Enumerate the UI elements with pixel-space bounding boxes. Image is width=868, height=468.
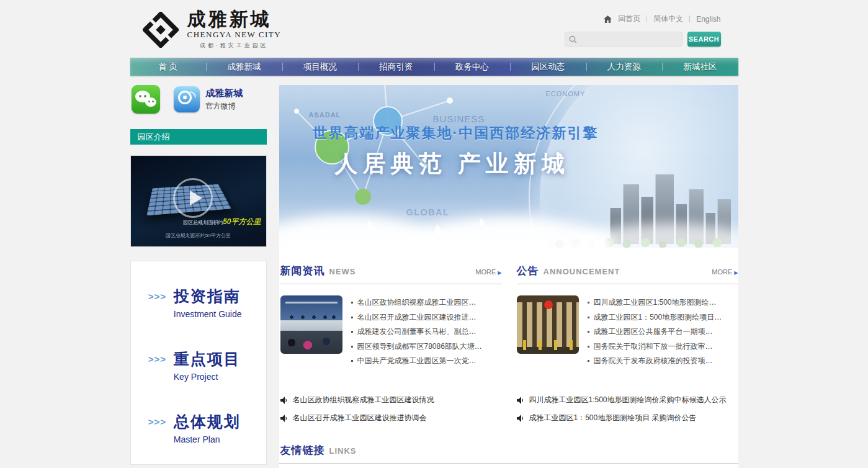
banner-label: ECONOMY — [546, 90, 586, 97]
video-overlay-text: 园区总规划面积约50平方公里 — [131, 217, 261, 227]
link-home[interactable]: 回首页 — [618, 14, 640, 24]
news-panel: 新闻资讯 NEWS MORE 名山区政协组织视察成雅工业园区… 名山区召开成雅工… — [280, 264, 502, 369]
hero-banner[interactable]: ASADAL BUSINESS GLOBAL ECONOMY 世界高端产业聚集地… — [279, 85, 738, 248]
chevrons-icon: >>> — [148, 354, 166, 364]
news-title: 新闻资讯 — [280, 264, 325, 278]
video-caption: 园区总规划面积约50平方公里 — [131, 232, 266, 239]
menu-subtitle: Master Plan — [174, 434, 241, 444]
news-more-link[interactable]: MORE — [475, 268, 501, 276]
logo-title: 成雅新城 — [187, 10, 282, 29]
notice-item[interactable]: 成雅工业园区1：500地形图测绘项目 采购询价公告 — [517, 412, 738, 425]
announcement-item[interactable]: 成雅工业园区公共服务平台一期项… — [588, 325, 738, 340]
notice-text: 名山区政协组织视察成雅工业园区建设情况 — [293, 395, 434, 405]
chevrons-icon: >>> — [148, 291, 166, 302]
search-icon — [569, 35, 577, 43]
logo-tagline: 成都·雅安工业园区 — [187, 42, 282, 50]
notice-rows: 名山区政协组织视察成雅工业园区建设情况 名山区召开成雅工业园区建设推进协调会 四… — [279, 394, 738, 430]
notice-item[interactable]: 名山区政协组织视察成雅工业园区建设情况 — [280, 394, 502, 407]
banner-headline: 世界高端产业聚集地·中国西部经济新引擎 — [313, 124, 717, 143]
divider — [279, 463, 738, 464]
nav-item-chengya-new-city[interactable]: 成雅新城 — [206, 58, 282, 76]
divider — [689, 16, 690, 22]
news-item[interactable]: 成雅建发公司副董事长马彬、副总… — [351, 325, 502, 340]
notice-text: 成雅工业园区1：500地形图测绘项目 采购询价公告 — [529, 413, 697, 423]
speaker-icon — [517, 397, 524, 404]
search-box — [565, 32, 682, 47]
search-input[interactable] — [579, 35, 678, 43]
logo-diamond-icon — [143, 12, 179, 48]
weibo-icon — [174, 86, 200, 112]
speaker-icon — [517, 415, 524, 422]
weibo-account-subtitle: 官方微博 — [206, 101, 243, 112]
menu-subtitle: Key Project — [174, 372, 241, 382]
logo-subtitle: CHENGYA NEW CITY — [187, 30, 282, 40]
sailboat-graphic — [433, 224, 444, 236]
page: 成雅新城 CHENGYA NEW CITY 成都·雅安工业园区 回首页 简体中文… — [0, 0, 868, 468]
announcement-more-link[interactable]: MORE — [712, 268, 738, 276]
link-english[interactable]: English — [696, 15, 720, 24]
nav-item-home[interactable]: 首 页 — [130, 58, 207, 76]
announcement-list: 四川成雅工业园区1:500地形图测绘… 成雅工业园区1：500地形图测绘项目… … — [588, 295, 738, 369]
announcement-item[interactable]: 成雅工业园区1：500地形图测绘项目… — [588, 310, 738, 325]
home-icon — [604, 16, 612, 23]
sailboat-graphic — [366, 220, 375, 230]
news-item[interactable]: 名山区召开成雅工业园区建设推进… — [351, 310, 502, 325]
nav-item-park-news[interactable]: 园区动态 — [510, 58, 586, 76]
links-section-header: 友情链接 LINKS — [279, 443, 738, 457]
notice-text: 四川成雅工业园区1:500地形图测绘询价采购中标候选人公示 — [529, 395, 727, 405]
sidebar-menu: >>> 投资指南 Investment Guide >>> 重点项目 Key P… — [130, 261, 267, 465]
weibo-account-name: 成雅新城 — [206, 88, 243, 99]
site-logo[interactable]: 成雅新城 CHENGYA NEW CITY 成都·雅安工业园区 — [143, 10, 282, 50]
sailboat-graphic — [478, 218, 485, 226]
news-item[interactable]: 中国共产党成雅工业园区第一次党… — [351, 354, 502, 369]
notice-item[interactable]: 名山区召开成雅工业园区建设推进协调会 — [280, 412, 502, 425]
banner-label: ASADAL — [309, 111, 341, 119]
speaker-icon — [280, 397, 287, 404]
announcement-item[interactable]: 国务院关于取消和下放一批行政审… — [588, 340, 738, 354]
news-item[interactable]: 名山区政协组织视察成雅工业园区… — [351, 295, 502, 310]
speaker-icon — [280, 415, 287, 422]
search-button[interactable]: SEARCH — [687, 32, 721, 47]
nav-item-new-city-community[interactable]: 新城社区 — [662, 58, 738, 76]
announcement-thumbnail[interactable] — [517, 295, 579, 354]
links-title-en: LINKS — [329, 446, 357, 456]
news-item[interactable]: 园区领导到成都军区78086部队大塘… — [351, 340, 502, 354]
nav-item-government-center[interactable]: 政务中心 — [434, 58, 511, 76]
notice-text: 名山区召开成雅工业园区建设推进协调会 — [293, 413, 427, 423]
announcement-item[interactable]: 国务院关于发布政府核准的投资项… — [588, 354, 738, 369]
menu-title: 总体规划 — [174, 412, 241, 432]
announcement-title: 公告 — [517, 264, 539, 278]
main-content: ASADAL BUSINESS GLOBAL ECONOMY 世界高端产业聚集地… — [279, 85, 738, 468]
news-thumbnail[interactable] — [280, 295, 342, 354]
play-icon[interactable] — [173, 178, 213, 218]
sidebar-item-key-project[interactable]: >>> 重点项目 Key Project — [131, 341, 266, 389]
notice-item[interactable]: 四川成雅工业园区1:500地形图测绘询价采购中标候选人公示 — [517, 394, 738, 407]
banner-label: BUSINESS — [433, 114, 485, 124]
sidebar-section-park-intro[interactable]: 园区介绍 — [130, 129, 267, 145]
main-nav: 首 页 成雅新城 项目概况 招商引资 政务中心 园区动态 人力资源 新城社区 — [130, 58, 738, 76]
divider — [647, 16, 647, 22]
menu-subtitle: Investment Guide — [174, 309, 242, 319]
site-header: 成雅新城 CHENGYA NEW CITY 成都·雅安工业园区 回首页 简体中文… — [130, 0, 738, 58]
chevrons-icon: >>> — [148, 416, 166, 427]
announcement-panel: 公告 ANNOUNCEMENT MORE 四川成雅工业园区1:500地形图测绘…… — [517, 264, 738, 369]
news-list: 名山区政协组织视察成雅工业园区… 名山区召开成雅工业园区建设推进… 成雅建发公司… — [351, 295, 502, 369]
nav-item-project-overview[interactable]: 项目概况 — [282, 58, 359, 76]
nav-item-human-resources[interactable]: 人力资源 — [586, 58, 663, 76]
menu-title: 投资指南 — [174, 286, 242, 307]
announcement-title-en: ANNOUNCEMENT — [544, 267, 620, 276]
sidebar: 成雅新城 官方微博 园区介绍 园区总规划面积约50平方公里 园区总规划面积约50… — [130, 85, 267, 468]
park-intro-video[interactable]: 园区总规划面积约50平方公里 园区总规划面积约50平方公里 — [130, 155, 267, 247]
news-title-en: NEWS — [329, 267, 356, 276]
top-links: 回首页 简体中文 English — [565, 14, 721, 24]
announcement-item[interactable]: 四川成雅工业园区1:500地形图测绘… — [588, 295, 738, 310]
wechat-icon[interactable] — [132, 85, 160, 114]
nav-item-investment[interactable]: 招商引资 — [358, 58, 434, 76]
menu-title: 重点项目 — [174, 349, 241, 369]
links-title: 友情链接 — [280, 443, 325, 457]
weibo-link[interactable]: 成雅新城 官方微博 — [174, 86, 243, 112]
link-simplified-chinese[interactable]: 简体中文 — [653, 14, 683, 24]
sidebar-item-investment-guide[interactable]: >>> 投资指南 Investment Guide — [131, 279, 266, 326]
sidebar-item-master-plan[interactable]: >>> 总体规划 Master Plan — [131, 404, 266, 452]
banner-label: GLOBAL — [406, 207, 449, 217]
